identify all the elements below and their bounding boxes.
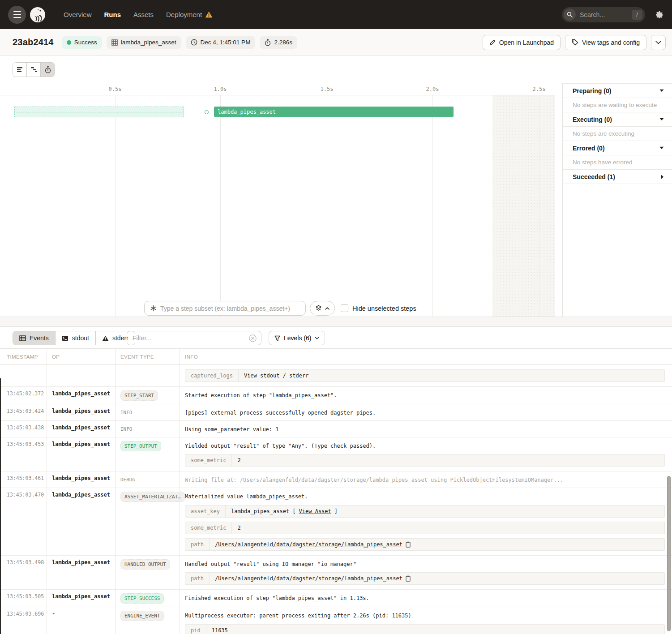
section-preparing[interactable]: Preparing (0) <box>563 83 672 98</box>
timestamp-cell: 13:45:03.498 <box>0 556 47 589</box>
event-type-badge: STEP_START <box>120 390 158 401</box>
op-cell: lambda_pipes_asset <box>47 404 115 420</box>
clear-filter-icon[interactable] <box>249 334 257 342</box>
step-query-options-button[interactable] <box>310 301 335 316</box>
pencil-icon <box>489 39 496 46</box>
log-scrollbar[interactable] <box>667 476 671 631</box>
metadata-key: some_metric <box>185 454 232 466</box>
timestamp-cell: 13:45:03.696 <box>0 607 47 634</box>
info-cell: Materialized value lambda_pipes_asset.as… <box>180 488 672 555</box>
log-row: 13:45:03.461lambda_pipes_assetDEBUGWriti… <box>0 471 672 488</box>
log-row: 13:45:03.470lambda_pipes_assetASSET_MATE… <box>0 488 672 555</box>
post-run-region <box>492 95 555 317</box>
section-executing[interactable]: Executing (0) <box>563 112 672 126</box>
menu-icon[interactable] <box>8 6 26 24</box>
view-asset-link[interactable]: View Asset <box>299 508 331 514</box>
panel-divider[interactable] <box>0 317 672 327</box>
search-icon <box>564 9 576 21</box>
info-cell: Writing file at: /Users/alangenfeld/data… <box>180 471 672 488</box>
op-cell: lambda_pipes_asset <box>47 421 115 437</box>
step-planned-range <box>14 107 184 117</box>
step-subset-input[interactable] <box>160 305 300 312</box>
duration-tag: 2.286s <box>260 36 297 49</box>
path-link[interactable]: /Users/alangenfeld/data/dagster/storage/… <box>215 541 402 548</box>
metadata-chip: asset_keylambda_pipes_asset [View Asset] <box>185 505 665 518</box>
section-errored[interactable]: Errored (0) <box>563 141 672 155</box>
caret-right-icon <box>661 175 664 179</box>
search-input[interactable]: Search... / <box>562 7 645 22</box>
clock-icon <box>191 39 197 46</box>
info-cell: [pipes] external process successfully op… <box>180 404 672 420</box>
nav-overview[interactable]: Overview <box>64 11 92 18</box>
event-type-cell: STEP_OUTPUT <box>115 437 180 471</box>
log-filter-input[interactable] <box>133 334 249 342</box>
search-shortcut-key: / <box>632 10 642 20</box>
gantt-toolbar: Hide not started steps Re-execute all (*… <box>0 56 672 83</box>
nav-runs[interactable]: Runs <box>104 11 121 18</box>
copy-icon[interactable] <box>406 541 411 548</box>
dagster-logo-icon[interactable] <box>29 6 47 24</box>
section-succeeded[interactable]: Succeeded (1) <box>563 169 672 184</box>
gantt-chart: 0.5s 1.0s 1.5s 2.0s 2.5s lambda_pipes_as… <box>0 83 555 317</box>
tab-events[interactable]: Events <box>13 331 56 345</box>
event-type-label: INFO <box>120 424 133 434</box>
nav-links: Overview Runs Assets Deployment <box>64 11 213 18</box>
timestamp-cell: 13:45:02.372 <box>0 387 47 404</box>
timestamp-cell: 13:45:03.470 <box>0 488 47 555</box>
event-log-table: TIMESTAMP OP EVENT TYPE INFO captured_lo… <box>0 349 672 634</box>
axis-tick: 0.5s <box>109 86 122 92</box>
event-type-cell: STEP_SUCCESS <box>115 590 180 607</box>
layers-icon <box>315 305 322 312</box>
hide-unselected-checkbox[interactable] <box>341 304 348 312</box>
run-actions-chevron-button[interactable] <box>651 35 666 50</box>
view-waterfall-icon[interactable] <box>27 63 41 77</box>
info-cell: captured_logsView stdout / stderr <box>180 365 672 386</box>
time-axis: 0.5s 1.0s 1.5s 2.0s 2.5s <box>0 83 555 95</box>
gantt-step-bar[interactable]: lambda_pipes_asset <box>214 107 454 117</box>
step-status-panel: Preparing (0) No steps are waiting to ex… <box>562 83 672 317</box>
log-row: 13:45:03.505lambda_pipes_assetSTEP_SUCCE… <box>0 590 672 607</box>
event-type-cell: ENGINE_EVENT <box>115 607 180 634</box>
step-subset-inputbox[interactable] <box>144 301 306 316</box>
info-cell: Using some_parameter value: 1 <box>180 421 672 437</box>
timestamp-cell: 13:45:03.453 <box>0 437 47 471</box>
event-type-badge: ASSET_MATERIALIZAT… <box>120 492 185 502</box>
op-cell: lambda_pipes_asset <box>47 437 115 471</box>
gear-icon[interactable] <box>655 10 664 19</box>
info-text: Materialized value lambda_pipes_asset. <box>185 492 665 501</box>
nav-assets[interactable]: Assets <box>133 11 154 18</box>
event-type-cell: HANDLED_OUTPUT <box>115 556 180 589</box>
event-type-badge: STEP_SUCCESS <box>120 593 164 604</box>
open-in-launchpad-button[interactable]: Open in Launchpad <box>483 35 561 50</box>
tab-stdout[interactable]: stdout <box>56 331 96 345</box>
timestamp-cell: 13:45:03.505 <box>0 590 47 607</box>
log-row: 13:45:03.696-ENGINE_EVENTMultiprocess ex… <box>0 607 672 634</box>
events-table-icon <box>19 335 26 341</box>
metadata-value: 2 <box>232 522 246 534</box>
metadata-key: asset_key <box>185 505 226 517</box>
info-text: Using some_parameter value: 1 <box>185 424 665 433</box>
nav-deployment[interactable]: Deployment <box>166 11 213 18</box>
info-text: Finished execution of step "lambda_pipes… <box>185 593 665 602</box>
timestamp-cell: 13:45:03.461 <box>0 471 47 488</box>
metadata-chip: captured_logsView stdout / stderr <box>185 369 665 382</box>
view-flat-icon[interactable] <box>13 63 27 77</box>
info-text: Handled output "result" using IO manager… <box>185 559 665 568</box>
metadata-value: lambda_pipes_asset [View Asset] <box>226 505 343 517</box>
log-filter-inputbox[interactable] <box>127 331 261 345</box>
metadata-chip: path/Users/alangenfeld/data/dagster/stor… <box>185 538 665 551</box>
view-timing-icon[interactable] <box>41 63 55 77</box>
job-tag[interactable]: lambda_pipes_asset <box>107 36 181 49</box>
event-type-badge: STEP_OUTPUT <box>120 441 161 451</box>
top-nav: Overview Runs Assets Deployment Search..… <box>0 0 672 29</box>
log-rows: captured_logsView stdout / stderr13:45:0… <box>0 365 672 634</box>
path-link[interactable]: /Users/alangenfeld/data/dagster/storage/… <box>215 575 402 582</box>
status-badge: Success <box>62 36 102 49</box>
col-timestamp: TIMESTAMP <box>0 354 47 360</box>
view-tags-config-button[interactable]: View tags and config <box>565 35 646 50</box>
metadata-key: pid <box>185 625 206 634</box>
levels-filter-button[interactable]: Levels (6) <box>269 331 325 345</box>
section-preparing-empty: No steps are waiting to execute <box>563 98 672 112</box>
timestamp-cell: 13:45:03.438 <box>0 421 47 437</box>
copy-icon[interactable] <box>406 575 411 582</box>
